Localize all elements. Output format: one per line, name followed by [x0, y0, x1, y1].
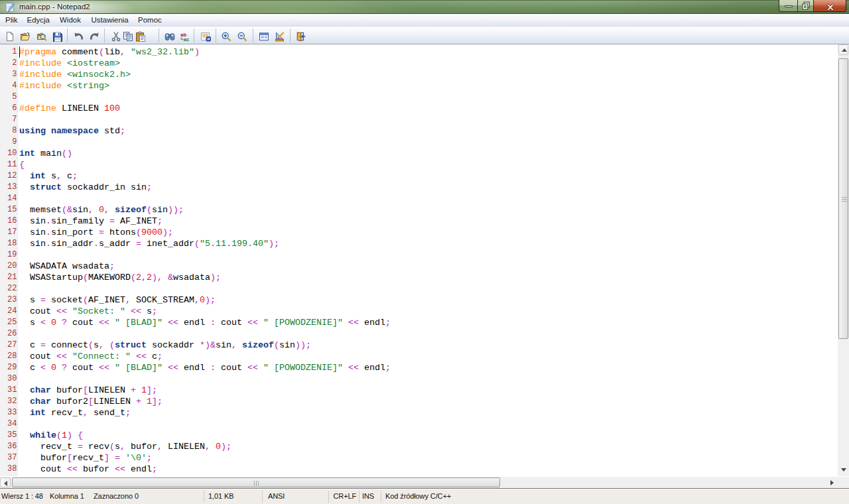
- svg-text:ac: ac: [184, 36, 189, 42]
